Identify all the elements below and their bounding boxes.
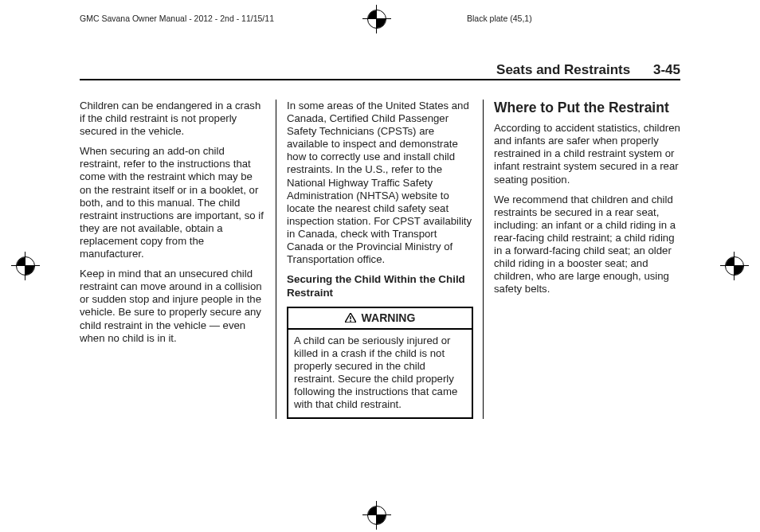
header-rule bbox=[80, 79, 680, 80]
meta-left: GMC Savana Owner Manual - 2012 - 2nd - 1… bbox=[80, 14, 274, 23]
warning-title: WARNING bbox=[288, 308, 472, 330]
heading-2: Where to Put the Restraint bbox=[494, 100, 680, 115]
column-3: Where to Put the Restraint According to … bbox=[484, 100, 680, 419]
body-paragraph: In some areas of the United States and C… bbox=[287, 100, 473, 266]
registration-mark-left bbox=[11, 252, 40, 280]
warning-box: WARNING A child can be seriously injured… bbox=[287, 307, 473, 419]
section-header: Seats and Restraints 3-45 bbox=[496, 62, 680, 78]
warning-icon bbox=[345, 312, 356, 326]
column-2: In some areas of the United States and C… bbox=[276, 100, 484, 419]
body-columns: Children can be endangered in a crash if… bbox=[80, 100, 680, 419]
registration-mark-top bbox=[362, 5, 391, 33]
subheading: Securing the Child Within the Child Rest… bbox=[287, 273, 473, 299]
body-paragraph: Children can be endangered in a crash if… bbox=[80, 100, 266, 138]
page-number: 3-45 bbox=[634, 62, 680, 77]
warning-body: A child can be seriously injured or kill… bbox=[288, 330, 472, 417]
registration-mark-right bbox=[720, 252, 749, 280]
warning-label-text: WARNING bbox=[362, 311, 416, 324]
body-paragraph: Keep in mind that an unsecured child res… bbox=[80, 268, 266, 345]
body-paragraph: We recommend that children and child res… bbox=[494, 194, 680, 296]
meta-right: Black plate (45,1) bbox=[467, 14, 532, 23]
registration-mark-bottom bbox=[362, 501, 391, 530]
svg-point-1 bbox=[350, 320, 351, 322]
page-root: GMC Savana Owner Manual - 2012 - 2nd - 1… bbox=[0, 0, 760, 532]
body-paragraph: When securing an add-on child restraint,… bbox=[80, 145, 266, 260]
body-paragraph: According to accident statistics, childr… bbox=[494, 122, 680, 186]
section-title: Seats and Restraints bbox=[496, 62, 630, 77]
column-1: Children can be endangered in a crash if… bbox=[80, 100, 276, 419]
